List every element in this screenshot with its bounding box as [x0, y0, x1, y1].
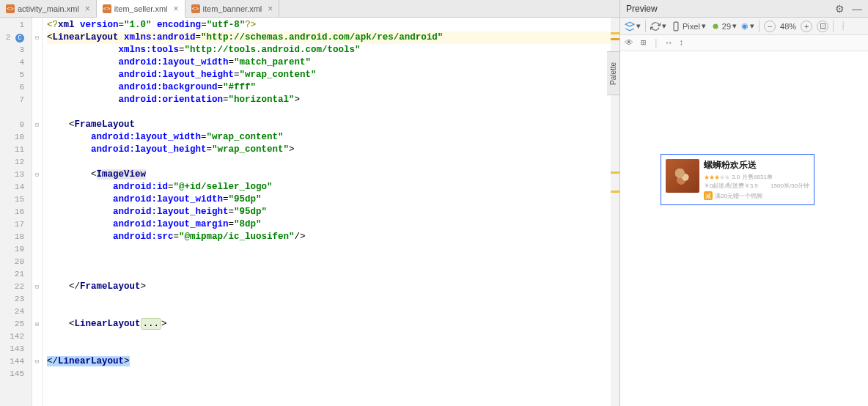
eye-icon[interactable]: 👁	[625, 37, 633, 48]
api-dropdown[interactable]: 29 ▾	[710, 21, 737, 32]
tab-label: item_banner.xml	[203, 4, 262, 13]
tab-item-banner[interactable]: <>item_banner.xml×	[185, 0, 280, 18]
fold-toggle[interactable]: ⊟	[32, 169, 42, 181]
code-line	[47, 256, 611, 268]
pan-h-icon[interactable]: ↔	[666, 38, 671, 48]
code-line	[47, 293, 611, 306]
theme-dropdown[interactable]: ◉▾	[741, 21, 754, 31]
seller-logo-image	[666, 159, 699, 193]
line-number: 2 C	[0, 32, 32, 44]
tab-activity-main[interactable]: <>activity_main.xml×	[0, 0, 97, 18]
code-line: <LinearLayout xmlns:android="http://sche…	[47, 32, 611, 44]
palette-tab[interactable]: Palette	[607, 51, 620, 95]
line-number: 145	[0, 368, 32, 380]
minimize-icon[interactable]: —	[852, 3, 862, 15]
line-number: 23	[0, 293, 32, 306]
line-number: 3	[0, 44, 32, 56]
tab-label: item_seller.xml	[114, 4, 168, 13]
code-line: android:layout_margin="8dp"	[47, 218, 611, 231]
svg-point-2	[713, 23, 718, 29]
svg-marker-0	[625, 22, 634, 26]
editor-body: 1 2 C 3 4 5 6 7 9 10 11 12 13 14 15 16 1…	[0, 18, 619, 406]
code-line: </FrameLayout>	[47, 281, 611, 293]
code-line: android:layout_width="wrap_content"	[47, 131, 611, 144]
star-rating-icon: ★★★★★	[704, 174, 729, 181]
orientation-dropdown[interactable]: ▾	[650, 21, 666, 32]
warnings-icon[interactable]: ❕	[838, 21, 848, 31]
phone-icon	[671, 21, 681, 32]
device-dropdown[interactable]: Pixel ▾	[671, 21, 706, 32]
svg-rect-1	[674, 22, 678, 31]
close-icon[interactable]: ×	[174, 4, 179, 14]
line-number: 11	[0, 144, 32, 156]
code-line	[47, 331, 611, 343]
folded-region[interactable]: ...	[141, 318, 162, 330]
xml-icon: <>	[191, 4, 200, 13]
code-area[interactable]: <?xml version="1.0" encoding="utf-8"?> <…	[43, 18, 611, 406]
gear-icon[interactable]: ⚙	[835, 3, 845, 15]
fold-toggle[interactable]: ⊟	[32, 119, 42, 131]
code-line	[47, 156, 611, 169]
tab-label: activity_main.xml	[18, 4, 79, 13]
price-text: ￥0起送/配送费￥3.9	[704, 182, 758, 190]
code-line: <LinearLayout...>	[47, 318, 611, 331]
promo-badge-icon: 减	[704, 191, 713, 200]
zoom-in-button[interactable]: +	[801, 21, 812, 32]
line-number: 21	[0, 268, 32, 281]
fold-toggle[interactable]: ⊟	[32, 32, 42, 44]
code-line	[47, 343, 611, 355]
code-line: <?xml version="1.0" encoding="utf-8"?>	[47, 19, 611, 32]
zoom-out-button[interactable]: −	[764, 21, 776, 32]
line-number: 20	[0, 256, 32, 268]
line-number: 1	[0, 19, 32, 32]
line-number: 25	[0, 318, 32, 331]
promo-text: 满20元赠一个鸭脚	[715, 192, 762, 200]
close-icon[interactable]: ×	[85, 4, 90, 14]
line-number: 12	[0, 156, 32, 169]
distance-text: 1500米/30分钟	[770, 182, 809, 190]
code-line: android:layout_height="wrap_content"	[47, 69, 611, 81]
xml-icon: <>	[6, 4, 15, 13]
line-number: 7	[0, 94, 32, 106]
pan-v-icon[interactable]: ↕	[679, 38, 684, 48]
line-number: 4	[0, 56, 32, 69]
fold-toggle[interactable]: ⊞	[32, 318, 42, 331]
layers-icon	[625, 21, 635, 32]
surface-dropdown[interactable]: ▾	[625, 21, 641, 32]
line-number: 143	[0, 343, 32, 355]
line-gutter: 1 2 C 3 4 5 6 7 9 10 11 12 13 14 15 16 1…	[0, 18, 32, 406]
layout-preview-item[interactable]: 螺蛳粉欢乐送 ★★★★★ 3.0 月售6831单 ￥0起送/配送费￥3.9 15…	[661, 154, 814, 205]
line-number: 142	[0, 331, 32, 343]
preview-header: Preview ⚙ —	[620, 0, 868, 18]
rating-value: 3.0	[732, 174, 740, 180]
close-icon[interactable]: ×	[268, 4, 273, 14]
line-number: 5	[0, 69, 32, 81]
line-number: 19	[0, 243, 32, 256]
tab-item-seller[interactable]: <>item_seller.xml×	[97, 0, 185, 18]
tabbar: <>activity_main.xml× <>item_seller.xml× …	[0, 0, 619, 18]
zoom-fit-button[interactable]: ⊡	[817, 21, 828, 32]
seller-title: 螺蛳粉欢乐送	[704, 159, 809, 171]
code-line: android:layout_width="95dp"	[47, 193, 611, 206]
code-line	[47, 368, 611, 380]
preview-title: Preview	[626, 4, 658, 14]
line-number	[0, 106, 32, 119]
line-number: 24	[0, 306, 32, 318]
code-line: android:layout_width="match_parent"	[47, 56, 611, 69]
preview-pane: Preview ⚙ — ▾ ▾ Pixel ▾ 29 ▾ ◉▾ − 48% + …	[620, 0, 868, 406]
line-number: 144	[0, 355, 32, 368]
code-line: </LinearLayout>	[47, 355, 611, 368]
line-number: 16	[0, 206, 32, 218]
preview-canvas[interactable]: Palette 螺蛳粉欢乐送 ★★★★★ 3.0 月售6831单 ￥0起送/配送…	[620, 51, 868, 406]
line-number: 18	[0, 231, 32, 243]
change-marker-icon[interactable]: C	[15, 34, 24, 43]
code-line	[47, 243, 611, 256]
editor-pane: <>activity_main.xml× <>item_seller.xml× …	[0, 0, 620, 406]
code-line: <FrameLayout	[47, 119, 611, 131]
grid-icon[interactable]: ⊞	[641, 37, 646, 48]
code-line: android:layout_height="wrap_content">	[47, 144, 611, 156]
code-line: android:layout_height="95dp"	[47, 206, 611, 218]
line-number: 15	[0, 193, 32, 206]
code-line: android:orientation="horizontal">	[47, 94, 611, 106]
rotate-icon	[650, 21, 661, 32]
